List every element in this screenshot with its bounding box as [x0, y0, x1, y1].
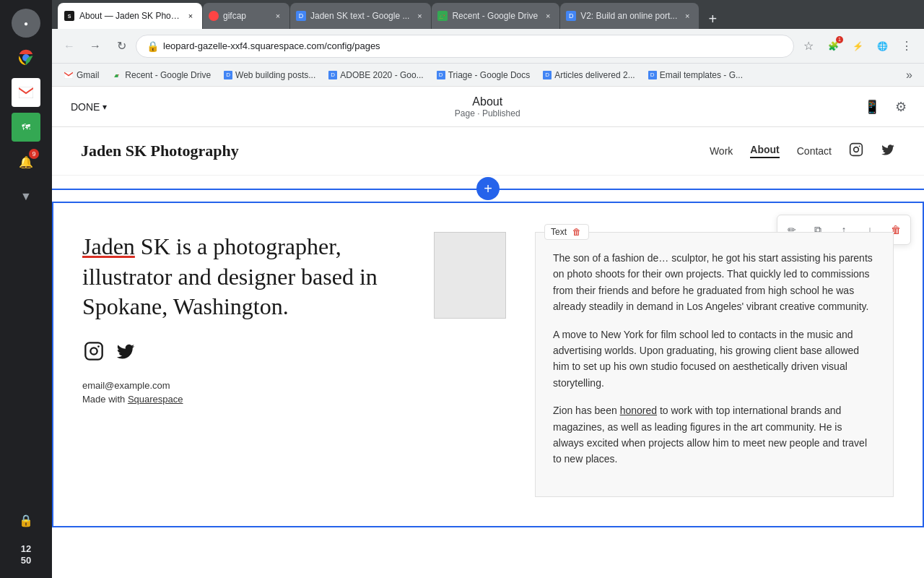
tab-close-v2[interactable]: × [681, 10, 693, 22]
clock-display: 12 50 [12, 540, 40, 569]
docs-bookmark-icon3: D [437, 71, 445, 79]
profile-image-placeholder [434, 232, 506, 319]
menu-button[interactable]: ⋮ [895, 35, 918, 58]
site-nav: Work About Contact [710, 142, 895, 160]
svg-point-8 [97, 345, 100, 348]
text-block-label: Text 🗑 [544, 224, 589, 240]
nav-twitter-icon[interactable] [881, 142, 895, 160]
mobile-preview-button[interactable]: 📱 [860, 95, 884, 118]
content-section: ✏ ⧉ ↑ ↓ 🗑 Jaden SK is a photographer, il… [52, 202, 924, 527]
bookmark-articles[interactable]: D Articles delivered 2... [537, 67, 640, 83]
tab-title-about: About — Jaden SK Phot... [79, 11, 180, 21]
instagram-link-icon[interactable] [82, 340, 105, 363]
social-icons [82, 340, 405, 363]
bookmark-email-templates-label: Email templates - G... [660, 70, 743, 80]
extension-button3[interactable]: 🌐 [871, 35, 894, 58]
download-icon[interactable]: ▼ [12, 182, 40, 211]
secure-icon: 🔒 [147, 40, 159, 52]
bio-paragraph-3: Zion has been honored to work with top i… [553, 402, 876, 467]
text-block[interactable]: Text 🗑 The son of a fashion de… sculptor… [535, 232, 894, 497]
settings-button[interactable]: ⚙ [889, 95, 912, 118]
address-bar: ← → ↻ 🔒 leopard-gazelle-xxf4.squarespace… [52, 29, 924, 64]
tab-bar: S About — Jaden SK Phot... × gifcap × D … [52, 0, 924, 29]
site-logo: Jaden SK Photography [81, 142, 239, 160]
gmail-icon[interactable] [12, 78, 40, 107]
svg-rect-6 [85, 342, 102, 359]
bookmark-drive[interactable]: Recent - Google Drive [106, 67, 217, 83]
docs-bookmark-icon1: D [224, 71, 232, 79]
cms-title-area: About Page · Published [126, 95, 849, 118]
tab-docs[interactable]: D Jaden SK text - Google ... × [290, 3, 431, 29]
svg-point-5 [859, 145, 860, 147]
tab-close-gifcap[interactable]: × [272, 10, 284, 22]
tab-favicon-gifcap [209, 11, 219, 21]
contact-info: email@example.com Made with Squarespace [82, 380, 405, 405]
url-bar[interactable]: 🔒 leopard-gazelle-xxf4.squarespace.com/c… [136, 35, 794, 58]
os-app-icon-top[interactable]: ● [12, 9, 40, 38]
lock-icon[interactable]: 🔒 [12, 506, 40, 535]
svg-rect-3 [850, 143, 863, 155]
text-label-text: Text [551, 227, 567, 237]
done-button[interactable]: DONE ▾ [64, 97, 114, 117]
tab-title-docs: Jaden SK text - Google ... [310, 11, 409, 21]
cms-toolbar: DONE ▾ About Page · Published 📱 ⚙ [52, 87, 924, 127]
main-content: Jaden SK Photography Work About Contact [52, 127, 924, 578]
forward-button[interactable]: → [84, 35, 107, 58]
docs-bookmark-icon4: D [543, 71, 552, 79]
nav-work[interactable]: Work [710, 145, 733, 157]
squarespace-link[interactable]: Squarespace [128, 394, 183, 405]
bookmark-adobe[interactable]: D ADOBE 2020 - Goo... [323, 67, 429, 83]
bookmarks-overflow-button[interactable]: » [900, 66, 918, 85]
docs-bookmark-icon5: D [648, 71, 657, 79]
bookmark-gmail-label: Gmail [77, 70, 99, 80]
reload-button[interactable]: ↻ [110, 35, 133, 58]
tab-close-drive[interactable]: × [542, 10, 554, 22]
tab-title-v2: V2: Build an online port... [580, 11, 677, 21]
bookmark-webbuilding[interactable]: D Web building posts... [218, 67, 321, 83]
nav-about[interactable]: About [750, 144, 779, 158]
left-column: Jaden SK is a photographer, illustrator … [82, 232, 405, 497]
tab-gifcap[interactable]: gifcap × [203, 3, 289, 29]
bio-heading: Jaden SK is a photographer, illustrator … [82, 232, 405, 322]
bookmark-drive-label: Recent - Google Drive [125, 70, 211, 80]
nav-instagram-icon[interactable] [849, 142, 863, 160]
bookmark-adobe-label: ADOBE 2020 - Goo... [340, 70, 423, 80]
address-actions: ☆ 🧩 1 ⚡ 🌐 ⋮ [797, 35, 918, 58]
bookmark-gmail[interactable]: Gmail [58, 67, 105, 83]
tab-close-about[interactable]: × [185, 10, 196, 22]
bio-paragraph-2: A move to New York for film school led t… [553, 327, 876, 392]
bookmarks-bar: Gmail Recent - Google Drive D Web buildi… [52, 64, 924, 87]
bookmark-button[interactable]: ☆ [797, 35, 820, 58]
bookmark-webbuilding-label: Web building posts... [235, 70, 315, 80]
twitter-link-icon[interactable] [114, 340, 137, 363]
maps-icon[interactable]: 🗺 [12, 113, 40, 142]
tab-about[interactable]: S About — Jaden SK Phot... × [58, 3, 202, 29]
nav-contact[interactable]: Contact [797, 145, 832, 157]
bookmark-triage[interactable]: D Triage - Google Docs [431, 67, 536, 83]
svg-point-7 [90, 348, 97, 354]
bio-name: Jaden [82, 233, 135, 259]
chrome-icon[interactable] [12, 43, 40, 72]
bookmark-triage-label: Triage - Google Docs [448, 70, 531, 80]
tab-favicon-drive [437, 11, 448, 21]
new-tab-button[interactable]: + [702, 9, 723, 29]
tab-v2[interactable]: D V2: Build an online port... × [560, 3, 699, 29]
bookmark-articles-label: Articles delivered 2... [554, 70, 635, 80]
text-label-delete-button[interactable]: 🗑 [571, 226, 583, 238]
add-section-button[interactable]: + [476, 177, 500, 200]
svg-point-4 [854, 147, 859, 152]
done-label: DONE [71, 101, 100, 113]
tab-close-docs[interactable]: × [414, 10, 425, 22]
tab-favicon-about: S [64, 10, 75, 22]
site-header: Jaden SK Photography Work About Contact [52, 127, 924, 176]
bookmark-email-templates[interactable]: D Email templates - G... [642, 67, 749, 83]
honored-link[interactable]: honored [620, 405, 657, 416]
notification-icon[interactable]: 🔔 9 [12, 147, 40, 176]
cms-toolbar-actions: 📱 ⚙ [860, 95, 912, 118]
extension-button1[interactable]: 🧩 1 [821, 35, 845, 58]
tab-drive[interactable]: Recent - Google Drive × [432, 3, 559, 29]
extension-button2[interactable]: ⚡ [846, 35, 869, 58]
tab-favicon-docs: D [296, 11, 306, 21]
tab-title-gifcap: gifcap [223, 11, 268, 21]
back-button[interactable]: ← [58, 35, 81, 58]
